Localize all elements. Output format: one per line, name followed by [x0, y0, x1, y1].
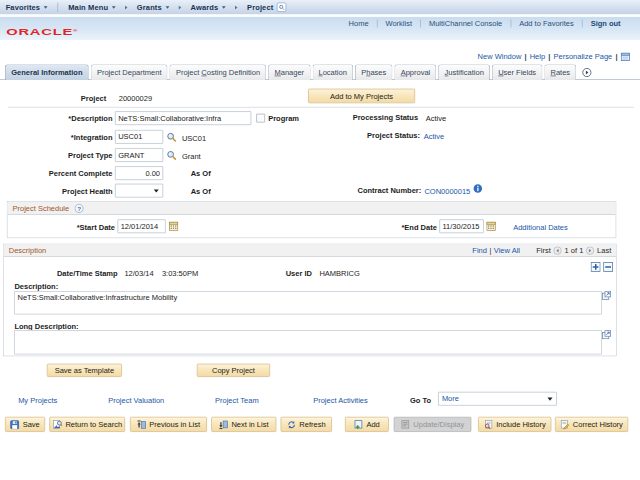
chevron-down-icon — [154, 189, 159, 192]
breadcrumb-grants-label: Grants — [137, 3, 162, 12]
tab-label: Rates — [550, 68, 570, 77]
tab-label: Manager — [274, 68, 304, 77]
start-date-calendar-icon[interactable] — [169, 221, 179, 231]
header-link-divider — [377, 19, 378, 27]
delete-row-button[interactable] — [603, 262, 613, 272]
description-expand-icon[interactable] — [602, 291, 611, 300]
header-link-add-to-favorites[interactable]: Add to Favorites — [519, 19, 574, 28]
tab-label: Project Department — [97, 68, 162, 77]
integration-desc: USC01 — [182, 134, 206, 143]
help-link[interactable]: Help — [530, 53, 545, 62]
return-to-search-button[interactable]: Return to Search — [49, 417, 125, 432]
description-input[interactable] — [115, 111, 251, 125]
datetime-stamp-label: Date/Time Stamp — [57, 269, 118, 278]
save-button[interactable]: Save — [5, 417, 45, 432]
first-row-icon[interactable] — [553, 246, 562, 255]
project-value: 20000029 — [119, 94, 152, 103]
find-link[interactable]: Find — [472, 246, 487, 255]
contract-number-label: Contract Number: — [300, 186, 421, 195]
long-description-textarea[interactable] — [14, 330, 602, 354]
first-label: First — [536, 246, 551, 255]
project-health-label: Project Health — [0, 188, 113, 197]
integration-lookup-icon[interactable] — [166, 132, 177, 143]
tab-manager[interactable]: Manager — [268, 64, 310, 80]
additional-dates-link[interactable]: Additional Dates — [513, 223, 568, 232]
tab-approval[interactable]: Approval — [394, 64, 436, 80]
project-schedule-section: Project Schedule ? — [7, 201, 616, 238]
tab-justification[interactable]: Justification — [438, 64, 490, 80]
goto-select[interactable]: More — [438, 392, 557, 406]
tab-general-information[interactable]: General Information — [5, 64, 89, 80]
chevron-down-icon — [44, 6, 48, 9]
chevron-right-icon — [179, 5, 182, 9]
copy-url-icon[interactable] — [621, 53, 630, 62]
tab-label: Project Costing Definition — [176, 68, 260, 77]
view-all-link[interactable]: View All — [494, 246, 520, 255]
breadcrumb-item-project[interactable]: Project — [247, 3, 273, 12]
breadcrumb-favorites[interactable]: Favorites — [6, 3, 48, 12]
end-date-calendar-icon[interactable] — [486, 221, 496, 231]
contract-info-icon[interactable] — [473, 184, 482, 193]
my-projects-link[interactable]: My Projects — [18, 396, 57, 405]
program-checkbox[interactable] — [256, 114, 265, 123]
header-link-worklist[interactable]: Worklist — [385, 19, 412, 28]
include-history-button[interactable]: Include History — [478, 417, 551, 432]
tab-project-department[interactable]: Project Department — [91, 64, 168, 80]
personalize-page-link[interactable]: Personalize Page — [553, 53, 612, 62]
breadcrumb-awards-label: Awards — [191, 3, 219, 12]
tab-project-costing-definition[interactable]: Project Costing Definition — [170, 64, 267, 80]
refresh-icon — [287, 420, 296, 429]
project-health-select[interactable] — [115, 184, 163, 198]
integration-input[interactable] — [115, 130, 163, 144]
percent-complete-input[interactable] — [115, 166, 163, 180]
tab-location[interactable]: Location — [312, 64, 353, 80]
goto-label: Go To — [410, 396, 431, 405]
breadcrumb-item-grants[interactable]: Grants — [137, 3, 169, 12]
new-window-link[interactable]: New Window — [478, 53, 522, 62]
add-to-my-projects-button[interactable]: Add to My Projects — [308, 89, 415, 103]
header-link-multichannel-console[interactable]: MultiChannel Console — [429, 19, 502, 28]
project-team-link[interactable]: Project Team — [215, 396, 259, 405]
project-status-link[interactable]: Active — [424, 132, 444, 141]
page-link-divider: | — [548, 53, 550, 62]
contract-number-link[interactable]: CON0000015 — [424, 187, 470, 196]
breadcrumb-divider — [58, 3, 59, 12]
return-to-search-label: Return to Search — [65, 420, 122, 429]
description-field-label: *Description — [0, 114, 113, 123]
long-description-expand-icon[interactable] — [602, 330, 611, 339]
tab-rates[interactable]: Rates — [544, 64, 576, 80]
next-in-list-button[interactable]: Next in List — [211, 417, 276, 432]
svg-text:?: ? — [77, 204, 81, 211]
project-valuation-link[interactable]: Project Valuation — [108, 396, 164, 405]
show-following-tabs-icon[interactable] — [582, 68, 592, 78]
correct-history-button[interactable]: Correct History — [555, 417, 628, 432]
start-date-input[interactable] — [118, 219, 166, 233]
save-icon — [10, 420, 19, 429]
project-activities-link[interactable]: Project Activities — [313, 396, 368, 405]
update-display-icon — [401, 420, 410, 429]
header-link-sign-out[interactable]: Sign out — [591, 19, 621, 28]
chevron-down-icon — [548, 398, 553, 401]
tab-user-fields[interactable]: User Fields — [492, 64, 542, 80]
breadcrumb-search-icon[interactable] — [277, 3, 286, 12]
description-textarea[interactable]: NeTS:Small:Collaborative:Infrastructure … — [14, 291, 602, 314]
as-of-label-1: As Of — [191, 169, 211, 178]
add-row-button[interactable] — [591, 262, 601, 272]
breadcrumb-main-menu[interactable]: Main Menu — [68, 3, 115, 12]
refresh-button[interactable]: Refresh — [281, 417, 332, 432]
tab-phases[interactable]: Phases — [355, 64, 393, 80]
copy-project-button[interactable]: Copy Project — [197, 364, 270, 377]
project-type-lookup-icon[interactable] — [166, 150, 177, 161]
save-as-template-button[interactable]: Save as Template — [47, 364, 122, 377]
breadcrumb-item-awards[interactable]: Awards — [191, 3, 226, 12]
description-text-label: Description: — [14, 282, 58, 291]
project-type-input[interactable] — [115, 148, 163, 162]
previous-in-list-button[interactable]: Previous in List — [130, 417, 207, 432]
breadcrumb-project-label: Project — [247, 3, 273, 12]
header-link-home[interactable]: Home — [349, 19, 369, 28]
help-icon[interactable]: ? — [74, 203, 83, 212]
user-id-value: HAMBRICG — [319, 269, 359, 278]
end-date-input[interactable] — [439, 219, 483, 233]
last-row-icon[interactable] — [586, 246, 595, 255]
add-button[interactable]: Add — [345, 417, 389, 432]
